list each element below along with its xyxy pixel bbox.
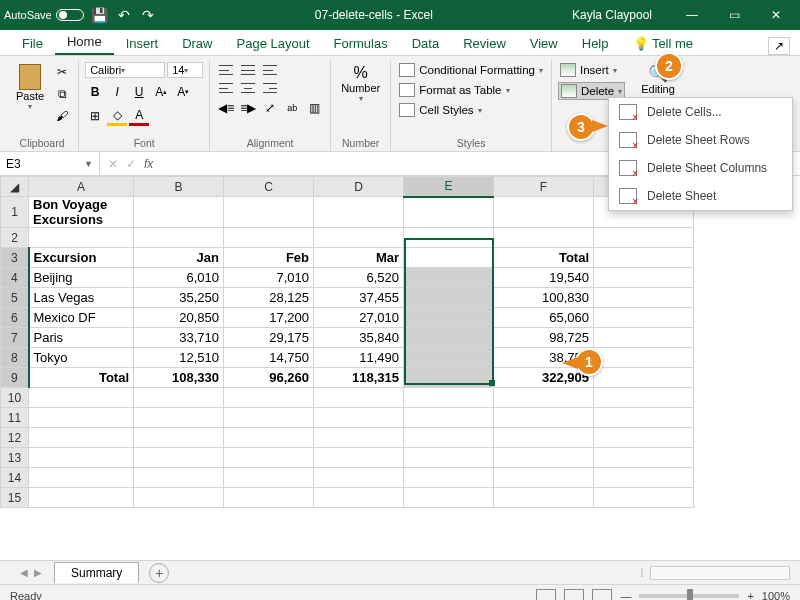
menu-delete-sheet[interactable]: Delete Sheet [609,182,792,210]
sheet-next-icon[interactable]: ▶ [34,567,42,578]
callout-2: 2 [655,52,683,80]
italic-button[interactable]: I [107,82,127,102]
insert-cells-button[interactable]: Insert ▾ [558,62,619,78]
zoom-in-button[interactable]: + [747,590,753,601]
tab-review[interactable]: Review [451,32,518,55]
tab-home[interactable]: Home [55,30,114,55]
tab-help[interactable]: Help [570,32,621,55]
number-format-button[interactable]: % Number ▾ [337,62,384,105]
delete-sheet-icon [619,188,637,204]
underline-button[interactable]: U [129,82,149,102]
col-header-F[interactable]: F [494,177,594,197]
cut-icon[interactable]: ✂ [52,62,72,82]
copy-icon[interactable]: ⧉ [52,84,72,104]
minimize-button[interactable]: — [672,0,712,30]
tab-insert[interactable]: Insert [114,32,171,55]
tab-file[interactable]: File [10,32,55,55]
autosave-toggle[interactable]: AutoSave [4,9,84,21]
group-alignment: ◀≡ ≡▶ ⤢ ab ▥ Alignment [210,60,331,151]
menu-delete-rows[interactable]: Delete Sheet Rows [609,126,792,154]
autosave-label: AutoSave [4,9,52,21]
restore-button[interactable]: ▭ [714,0,754,30]
tab-tellme[interactable]: 💡 Tell me [621,32,706,55]
cancel-icon[interactable]: ✕ [108,157,118,171]
chevron-down-icon[interactable]: ▼ [84,159,93,169]
align-left-icon[interactable] [216,80,236,96]
wrap-text-icon[interactable]: ab [282,98,302,118]
col-header-A[interactable]: A [29,177,134,197]
decrease-font-icon[interactable]: A▾ [173,82,193,102]
clipboard-label: Clipboard [12,135,72,151]
toggle-off-icon[interactable] [56,9,84,21]
page-layout-view-icon[interactable] [564,589,584,601]
zoom-out-button[interactable]: — [620,590,631,601]
redo-icon[interactable]: ↷ [140,7,156,23]
tab-view[interactable]: View [518,32,570,55]
share-button[interactable]: ↗ [768,37,790,55]
borders-icon[interactable]: ⊞ [85,106,105,126]
col-header-B[interactable]: B [134,177,224,197]
fill-color-icon[interactable]: ◇ [107,106,127,126]
name-box[interactable]: E3▼ [0,152,100,175]
merge-icon[interactable]: ▥ [304,98,324,118]
zoom-slider[interactable] [639,594,739,598]
title-bar: AutoSave 💾 ↶ ↷ 07-delete-cells - Excel K… [0,0,800,30]
font-size-combo[interactable]: 14 ▾ [167,62,203,78]
zoom-level[interactable]: 100% [762,590,790,601]
tab-data[interactable]: Data [400,32,451,55]
align-top-icon[interactable] [216,62,236,78]
decrease-indent-icon[interactable]: ◀≡ [216,98,236,118]
delete-dropdown-menu: Delete Cells... Delete Sheet Rows Delete… [608,97,793,211]
fx-icon[interactable]: fx [144,157,153,171]
sheet-prev-icon[interactable]: ◀ [20,567,28,578]
percent-icon: % [354,64,368,82]
clipboard-icon [19,64,41,90]
align-center-icon[interactable] [238,80,258,96]
align-right-icon[interactable] [260,80,280,96]
bold-button[interactable]: B [85,82,105,102]
col-header-D[interactable]: D [314,177,404,197]
conditional-formatting-button[interactable]: Conditional Formatting ▾ [397,62,545,78]
align-middle-icon[interactable] [238,62,258,78]
save-icon[interactable]: 💾 [92,7,108,23]
col-header-E[interactable]: E [404,177,494,197]
undo-icon[interactable]: ↶ [116,7,132,23]
tab-page-layout[interactable]: Page Layout [225,32,322,55]
tab-draw[interactable]: Draw [170,32,224,55]
add-sheet-button[interactable]: + [149,563,169,583]
menu-delete-columns[interactable]: Delete Sheet Columns [609,154,792,182]
cell-styles-button[interactable]: Cell Styles ▾ [397,102,483,118]
orientation-icon[interactable]: ⤢ [260,98,280,118]
increase-indent-icon[interactable]: ≡▶ [238,98,258,118]
number-label: Number [337,135,384,151]
worksheet-grid[interactable]: ◢ A B C D E F G 1Bon Voyage Excursions 2… [0,176,800,560]
group-number: % Number ▾ Number [331,60,391,151]
format-as-table-button[interactable]: Format as Table ▾ [397,82,511,98]
ribbon-tabs: File Home Insert Draw Page Layout Formul… [0,30,800,56]
user-name[interactable]: Kayla Claypool [572,8,652,22]
horizontal-scrollbar[interactable] [650,566,790,580]
confirm-icon[interactable]: ✓ [126,157,136,171]
format-painter-icon[interactable]: 🖌 [52,106,72,126]
alignment-label: Alignment [216,135,324,151]
close-button[interactable]: ✕ [756,0,796,30]
normal-view-icon[interactable] [536,589,556,601]
font-color-icon[interactable]: A [129,106,149,126]
menu-delete-cells[interactable]: Delete Cells... [609,98,792,126]
callout-1: 1 [575,348,603,376]
paste-button[interactable]: Paste ▾ [12,62,48,113]
sheet-tab-summary[interactable]: Summary [54,562,139,583]
group-font: Calibri ▾ 14 ▾ B I U A▴ A▾ ⊞ ◇ A Font [79,60,210,151]
scroll-separator-icon: ⁞ [640,566,644,580]
increase-font-icon[interactable]: A▴ [151,82,171,102]
window-title: 07-delete-cells - Excel [176,8,572,22]
cell-A1[interactable]: Bon Voyage Excursions [29,197,134,228]
font-name-combo[interactable]: Calibri ▾ [85,62,165,78]
select-all-corner[interactable]: ◢ [1,177,29,197]
page-break-view-icon[interactable] [592,589,612,601]
delete-cells-icon [619,104,637,120]
tab-formulas[interactable]: Formulas [322,32,400,55]
col-header-C[interactable]: C [224,177,314,197]
align-bottom-icon[interactable] [260,62,280,78]
sheet-tab-bar: ◀ ▶ Summary + ⁞ [0,560,800,584]
